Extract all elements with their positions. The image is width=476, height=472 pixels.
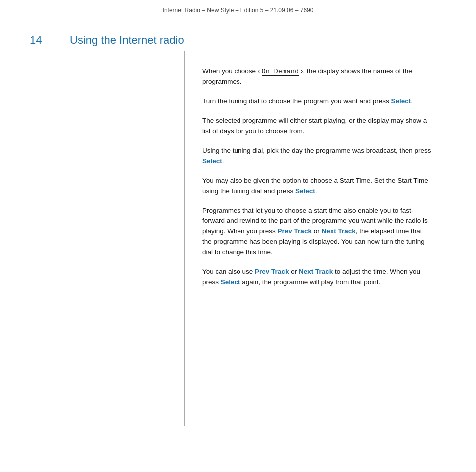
select-label-2: Select [202,157,222,165]
right-column: When you choose On Demand, the display s… [185,51,446,426]
paragraph-3: The selected programme will either start… [202,116,431,137]
on-demand-label: On Demand [262,68,299,76]
paragraph-2: Turn the tuning dial to choose the progr… [202,96,431,107]
page-content: 14 Using the Internet radio When you cho… [0,19,476,446]
select-label-1: Select [391,97,411,105]
chapter-header: 14 Using the Internet radio [30,34,446,47]
paragraph-1: When you choose On Demand, the display s… [202,66,431,87]
paragraph-5: You may also be given the option to choo… [202,176,431,197]
paragraph-4: Using the tuning dial, pick the day the … [202,146,431,167]
prev-track-label-2: Prev Track [255,268,289,275]
paragraph-6: Programmes that let you to choose a star… [202,206,431,258]
select-label-3: Select [295,187,315,195]
select-label-4: Select [221,278,240,286]
chapter-number: 14 [30,34,55,47]
next-track-label-2: Next Track [299,268,333,275]
prev-track-label-1: Prev Track [278,227,312,235]
paragraph-7: You can also use Prev Track or Next Trac… [202,267,431,288]
header-text: Internet Radio – New Style – Edition 5 –… [163,7,314,14]
two-column-layout: When you choose On Demand, the display s… [30,51,446,426]
next-track-label-1: Next Track [321,227,355,235]
page-header: Internet Radio – New Style – Edition 5 –… [0,0,476,19]
left-column [30,51,185,426]
chapter-title: Using the Internet radio [70,34,184,47]
